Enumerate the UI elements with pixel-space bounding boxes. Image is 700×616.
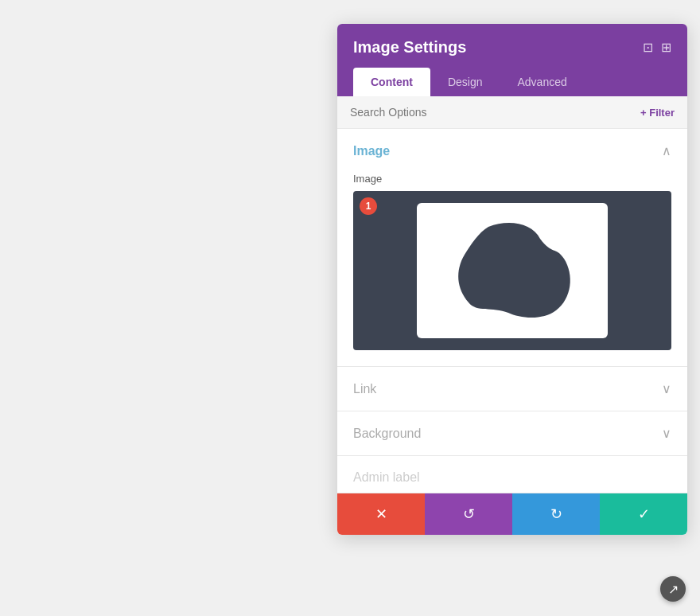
filter-button[interactable]: + Filter	[640, 107, 675, 119]
image-preview	[353, 191, 671, 350]
panel-title: Image Settings	[353, 38, 466, 57]
tab-advanced[interactable]: Advanced	[500, 68, 584, 96]
section-background-header[interactable]: Background ∨	[337, 411, 687, 455]
undo-button[interactable]: ↺	[425, 493, 512, 535]
section-background: Background ∨	[337, 411, 687, 456]
section-link-header[interactable]: Link ∨	[337, 367, 687, 411]
section-admin-label-header[interactable]: Admin label	[337, 456, 687, 493]
panel-content: Image ∧ Image 1	[337, 129, 687, 493]
section-link-title: Link	[353, 382, 376, 396]
section-link-chevron: ∨	[662, 381, 671, 396]
section-image-body: Image 1	[337, 173, 687, 366]
section-admin-label: Admin label	[337, 456, 687, 493]
section-link: Link ∨	[337, 367, 687, 411]
title-row: Image Settings ⊡ ⊞	[353, 38, 671, 57]
section-background-title: Background	[353, 427, 421, 441]
layout-icon[interactable]: ⊞	[661, 40, 671, 55]
image-field-label: Image	[353, 173, 671, 185]
cancel-button[interactable]: ✕	[337, 493, 425, 535]
section-image-chevron: ∧	[662, 143, 671, 158]
section-admin-label-title: Admin label	[353, 470, 420, 485]
section-image-title: Image	[353, 144, 390, 158]
section-image: Image ∧ Image 1	[337, 129, 687, 367]
image-badge: 1	[360, 197, 377, 215]
search-input[interactable]	[350, 106, 632, 119]
panel-header: Image Settings ⊡ ⊞ Content Design Advanc…	[337, 24, 687, 96]
section-image-header[interactable]: Image ∧	[337, 129, 687, 173]
title-icons: ⊡ ⊞	[643, 40, 671, 55]
image-settings-panel: Image Settings ⊡ ⊞ Content Design Advanc…	[337, 24, 687, 535]
redo-button[interactable]: ↻	[512, 493, 600, 535]
tab-design[interactable]: Design	[430, 68, 500, 96]
image-upload-area[interactable]: 1	[353, 191, 671, 350]
responsive-icon[interactable]: ⊡	[643, 40, 653, 55]
tabs-row: Content Design Advanced	[353, 68, 671, 96]
section-background-chevron: ∨	[662, 426, 671, 441]
panel-footer: ✕ ↺ ↻ ✓	[337, 493, 687, 535]
save-button[interactable]: ✓	[600, 493, 687, 535]
tab-content[interactable]: Content	[353, 68, 430, 96]
search-bar: + Filter	[337, 96, 687, 129]
floating-settings-icon[interactable]: ↗	[660, 576, 686, 602]
